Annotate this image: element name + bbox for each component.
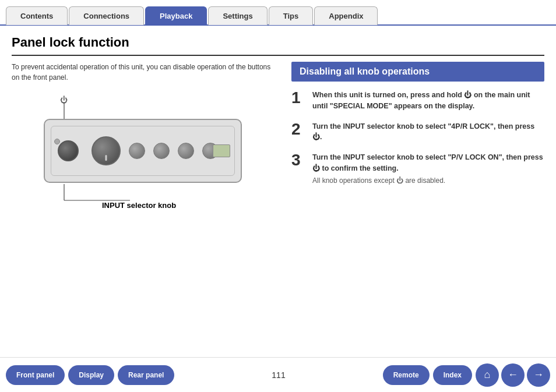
tab-tips[interactable]: Tips xyxy=(269,6,314,25)
knob-label: INPUT selector knob xyxy=(102,201,176,210)
main-content: Panel lock function To prevent accidenta… xyxy=(0,26,556,354)
page-title: Panel lock function xyxy=(12,35,544,56)
small-knob-1 xyxy=(129,143,145,159)
index-button[interactable]: Index xyxy=(433,365,472,385)
bottom-right-icons: ⌂ ← → xyxy=(476,363,550,387)
small-knob-2 xyxy=(153,143,170,159)
step-1-number: 1 xyxy=(291,90,305,106)
step-3-note: All knob operations except ⏻ are disable… xyxy=(312,175,544,186)
amp-body xyxy=(44,119,242,183)
tabs-bar: Contents Connections Playback Settings T… xyxy=(0,0,556,26)
tab-contents[interactable]: Contents xyxy=(6,6,68,25)
step-3: 3 Turn the INPUT selector knob to select… xyxy=(291,152,544,186)
bottom-bar: Front panel Display Rear panel 111 Remot… xyxy=(0,357,556,392)
section-header: Disabling all knob operations xyxy=(291,62,544,82)
next-button[interactable]: → xyxy=(527,363,550,387)
left-panel: To prevent accidental operation of this … xyxy=(12,62,280,344)
step-2-content: Turn the INPUT selector knob to select "… xyxy=(312,121,544,143)
remote-button[interactable]: Remote xyxy=(383,365,430,385)
power-icon: ⏻ xyxy=(60,96,68,104)
page-number: 111 xyxy=(178,370,379,380)
right-panel: Disabling all knob operations 1 When thi… xyxy=(291,62,544,344)
rear-panel-button[interactable]: Rear panel xyxy=(118,365,174,385)
content-row: To prevent accidental operation of this … xyxy=(12,62,544,344)
volume-knob xyxy=(92,136,121,165)
tab-settings[interactable]: Settings xyxy=(208,6,267,25)
tab-connections[interactable]: Connections xyxy=(69,6,144,25)
tab-appendix[interactable]: Appendix xyxy=(314,6,378,25)
display-slot xyxy=(213,144,230,157)
intro-text: To prevent accidental operation of this … xyxy=(12,62,274,83)
step-2-number: 2 xyxy=(291,121,305,137)
indicator-dot xyxy=(54,139,60,144)
amp-knobs xyxy=(92,136,219,165)
step-1: 1 When this unit is turned on, press and… xyxy=(291,90,544,112)
step-list: 1 When this unit is turned on, press and… xyxy=(291,90,544,186)
prev-button[interactable]: ← xyxy=(501,363,525,387)
amp-illustration: ⏻ xyxy=(44,91,242,210)
small-knob-3 xyxy=(178,143,194,159)
tab-playback[interactable]: Playback xyxy=(145,6,207,25)
front-panel-button[interactable]: Front panel xyxy=(6,365,65,385)
step-3-content: Turn the INPUT selector knob to select "… xyxy=(312,152,544,186)
step-3-number: 3 xyxy=(291,152,305,168)
display-button[interactable]: Display xyxy=(68,365,114,385)
home-button[interactable]: ⌂ xyxy=(476,363,499,387)
step-2: 2 Turn the INPUT selector knob to select… xyxy=(291,121,544,143)
input-selector-knob xyxy=(58,140,79,161)
step-1-content: When this unit is turned on, press and h… xyxy=(312,90,544,112)
power-line-svg xyxy=(64,104,65,119)
